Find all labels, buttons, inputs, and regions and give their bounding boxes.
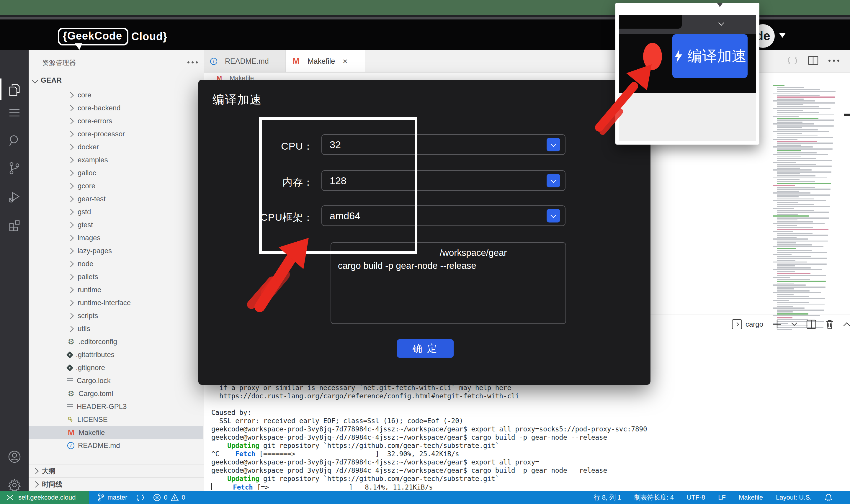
lines-icon <box>67 378 73 383</box>
tree-folder-gear-test[interactable]: gear-test <box>29 192 203 205</box>
tree-file-Cargo.lock[interactable]: Cargo.lock <box>29 374 203 387</box>
explorer-more-actions-icon[interactable] <box>187 61 198 64</box>
editor-more-actions-icon[interactable] <box>829 60 839 62</box>
close-icon[interactable]: × <box>343 57 347 66</box>
tree-folder-docker[interactable]: docker <box>29 141 203 154</box>
status-item-1[interactable]: 制表符长度: 4 <box>634 493 674 502</box>
tab-readme[interactable]: i README.md <box>204 50 286 72</box>
compile-accelerate-button[interactable]: 编译加速 <box>672 34 747 78</box>
menu-icon[interactable] <box>0 102 29 124</box>
tree-file-.gitignore[interactable]: .gitignore <box>29 361 203 374</box>
source-control-icon[interactable] <box>0 157 29 179</box>
tree-file-README.md[interactable]: iREADME.md <box>29 439 203 452</box>
chevron-right-icon <box>68 118 74 124</box>
memory-dropdown-icon[interactable] <box>547 174 560 187</box>
kill-terminal-icon[interactable] <box>825 319 834 329</box>
tree-folder-pallets[interactable]: pallets <box>29 270 203 283</box>
explorer-title: 资源管理器 <box>42 58 76 67</box>
tree-folder-gcore[interactable]: gcore <box>29 179 203 192</box>
git-branch-indicator[interactable]: master <box>97 493 127 502</box>
status-item-0[interactable]: 行 8, 列 1 <box>594 493 621 502</box>
file-tree: corecore-backendcore-errorscore-processo… <box>29 89 203 452</box>
chevron-right-icon <box>68 222 74 228</box>
chevron-right-icon <box>68 209 74 215</box>
tree-folder-galloc[interactable]: galloc <box>29 166 203 179</box>
tree-folder-core-errors[interactable]: core-errors <box>29 114 203 127</box>
tree-folder-runtime[interactable]: runtime <box>29 283 203 296</box>
info-icon: i <box>67 442 74 449</box>
tree-folder-core-processor[interactable]: core-processor <box>29 127 203 141</box>
sync-editors-icon[interactable] <box>787 55 798 66</box>
cpu-dropdown-icon[interactable] <box>547 138 560 151</box>
tree-folder-gstd[interactable]: gstd <box>29 205 203 218</box>
timeline-section[interactable]: 时间线 <box>29 478 204 491</box>
terminal-icon <box>732 319 742 329</box>
terminal-line: Fetch [=> ] 8.14%, 11.21KiB/s <box>211 483 849 490</box>
terminal-dropdown-icon[interactable] <box>791 322 797 327</box>
extensions-icon[interactable] <box>0 214 29 237</box>
tree-file-HEADER-GPL3[interactable]: HEADER-GPL3 <box>29 400 203 413</box>
m-icon: M <box>67 429 75 436</box>
ok-button[interactable]: 确 定 <box>397 339 454 358</box>
logo-bubble-tail <box>75 43 82 50</box>
tree-file-.editorconfig[interactable]: ⚙.editorconfig <box>29 335 203 348</box>
avatar-dropdown-caret[interactable] <box>779 33 786 38</box>
problems-indicator[interactable]: 0 0 <box>153 494 185 501</box>
app-window: {GeekCode Cloud} de <box>0 0 850 504</box>
zoom-callout-card: 编译加速 <box>615 3 759 145</box>
outline-section[interactable]: 大纲 <box>29 464 204 478</box>
maximize-panel-icon[interactable] <box>843 322 850 327</box>
status-item-5[interactable]: Layout: U.S. <box>776 494 812 501</box>
tree-file-Makefile[interactable]: MMakefile <box>29 426 203 439</box>
chevron-right-icon <box>68 235 74 241</box>
search-icon[interactable] <box>0 129 29 152</box>
status-right-items: 行 8, 列 1制表符长度: 4UTF-8LFMakefileLayout: U… <box>594 493 832 502</box>
tree-folder-examples[interactable]: examples <box>29 154 203 166</box>
terminal-line: geekcode@workspace-prod-3vy8jq-7d778984c… <box>211 458 849 466</box>
tree-folder-core-backend[interactable]: core-backend <box>29 102 203 114</box>
status-item-2[interactable]: UTF-8 <box>687 494 705 501</box>
tab-makefile[interactable]: M Makefile × <box>286 50 365 72</box>
record-dot <box>643 43 662 70</box>
run-debug-icon[interactable] <box>0 186 29 208</box>
tree-file-Cargo.toml[interactable]: ⚙Cargo.toml <box>29 387 203 400</box>
status-bar: self.geekcode.cloud master 0 0 行 8, 列 1制… <box>0 491 850 504</box>
split-editor-icon[interactable] <box>808 56 818 65</box>
git-icon <box>66 364 73 371</box>
tree-folder-node[interactable]: node <box>29 257 203 270</box>
error-icon <box>153 494 161 501</box>
account-icon[interactable] <box>0 446 29 468</box>
scrollbar-thumb[interactable] <box>844 114 850 116</box>
activity-bar <box>0 50 29 491</box>
lines-icon <box>67 404 73 409</box>
tree-folder-gtest[interactable]: gtest <box>29 218 203 231</box>
terminal-shell-selector[interactable]: cargo <box>732 319 763 329</box>
cpu-arch-dropdown-icon[interactable] <box>547 209 560 222</box>
tree-folder-utils[interactable]: utils <box>29 322 203 335</box>
tree-folder-scripts[interactable]: scripts <box>29 309 203 322</box>
tree-folder-lazy-pages[interactable]: lazy-pages <box>29 244 203 257</box>
tree-folder-images[interactable]: images <box>29 231 203 244</box>
tree-folder-core[interactable]: core <box>29 89 203 102</box>
status-item-3[interactable]: LF <box>718 494 726 501</box>
status-item-4[interactable]: Makefile <box>739 494 763 501</box>
tree-folder-runtime-interface[interactable]: runtime-interface <box>29 296 203 309</box>
build-command-textarea[interactable]: /workspace/gear cargo build -p gear-node… <box>330 242 566 324</box>
split-terminal-icon[interactable] <box>806 320 816 329</box>
mini-body <box>619 93 756 141</box>
explorer-sidebar: 资源管理器 GEAR corecore-backendcore-errorsco… <box>29 50 204 491</box>
sync-indicator[interactable] <box>136 493 144 502</box>
remote-indicator[interactable]: self.geekcode.cloud <box>0 491 89 504</box>
terminal-output[interactable]: if a proxy or similar is necessary `net.… <box>211 384 849 490</box>
tree-file-LICENSE[interactable]: LICENSE <box>29 413 203 426</box>
gear-icon: ⚙ <box>67 338 75 345</box>
notifications-bell-icon[interactable] <box>825 493 832 502</box>
chevron-down-icon <box>32 77 38 83</box>
chevron-right-icon <box>68 157 74 163</box>
terminal-line: Updating git repository `https://github.… <box>211 442 849 450</box>
tree-file-.gitattributes[interactable]: .gitattributes <box>29 348 203 361</box>
terminal-line: SSL error: received early EOF; class=Ssl… <box>211 417 849 425</box>
tree-root-gear[interactable]: GEAR <box>33 74 62 86</box>
new-terminal-icon[interactable] <box>772 319 782 329</box>
explorer-icon[interactable] <box>0 78 29 101</box>
